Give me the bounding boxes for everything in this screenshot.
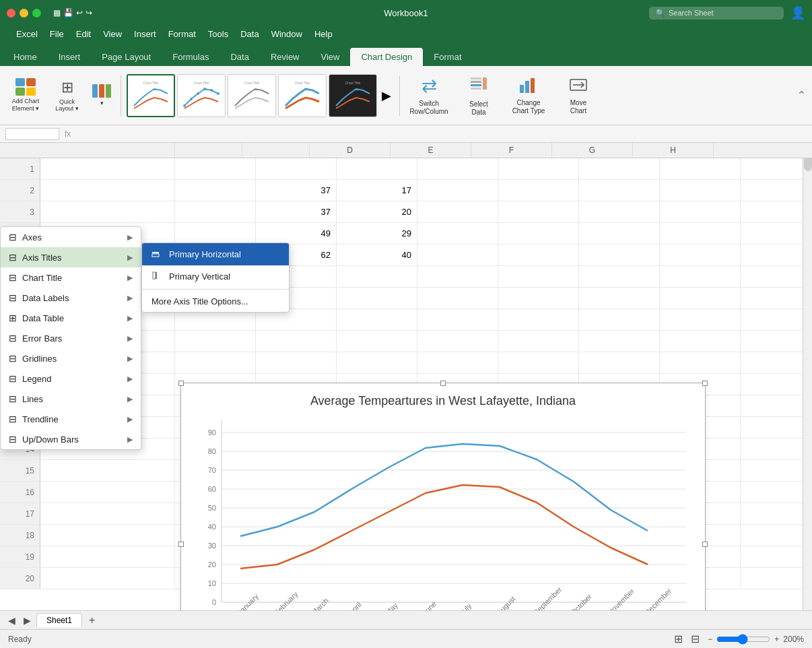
cell-6-d[interactable]	[337, 266, 417, 287]
panel-item-trendline[interactable]: ⊟Trendline ▶	[1, 409, 141, 429]
cell-10-b[interactable]	[175, 352, 256, 373]
cell-8-f[interactable]	[498, 309, 579, 330]
cell-5-g[interactable]	[579, 245, 660, 265]
zoom-out-button[interactable]: −	[708, 635, 712, 644]
tab-chart-design[interactable]: Chart Design	[350, 48, 423, 66]
cell-4-h[interactable]	[660, 223, 741, 244]
cell-6-g[interactable]	[579, 266, 660, 287]
chart-handle-top-left[interactable]	[178, 381, 184, 386]
change-chart-type-button[interactable]: ChangeChart Type	[505, 71, 552, 120]
zoom-in-button[interactable]: +	[774, 635, 779, 644]
switch-row-column-button[interactable]: ⇄ SwitchRow/Column	[405, 71, 452, 120]
panel-item-axes[interactable]: ⊟Axes ▶	[1, 227, 141, 247]
cell-9-b[interactable]	[175, 331, 256, 352]
cell-5-f[interactable]	[498, 245, 579, 265]
quick-layout-button[interactable]: ⊞ QuickLayout ▾	[48, 76, 86, 115]
cell-4-c[interactable]: 49	[256, 223, 337, 244]
cell-3-g[interactable]	[579, 201, 660, 222]
menu-view[interactable]: View	[98, 28, 127, 40]
menu-data[interactable]: Data	[235, 28, 264, 40]
chart-styles-more-button[interactable]: ▶	[379, 86, 394, 106]
cell-10-h[interactable]	[660, 352, 741, 373]
cell-3-b[interactable]	[175, 201, 256, 222]
page-view-icon[interactable]: ⊟	[691, 633, 700, 645]
cell-1-e[interactable]	[417, 158, 498, 179]
select-data-button[interactable]: SelectData	[455, 71, 502, 120]
cell-20-a[interactable]	[40, 568, 175, 589]
change-colors-button[interactable]: ▾	[88, 82, 115, 109]
submenu-primary-vertical[interactable]: Primary Vertical	[142, 265, 289, 288]
panel-item-error-bars[interactable]: ⊟Error Bars ▶	[1, 328, 141, 348]
cell-9-c[interactable]	[256, 331, 337, 352]
tab-page-layout[interactable]: Page Layout	[91, 48, 162, 66]
cell-7-d[interactable]	[337, 288, 417, 309]
cell-8-d[interactable]	[337, 309, 417, 330]
next-sheet-button[interactable]: ▶	[21, 614, 34, 627]
col-header-f[interactable]: F	[471, 143, 552, 158]
cell-1-h[interactable]	[660, 158, 741, 179]
cell-6-e[interactable]	[417, 266, 498, 287]
account-icon[interactable]: 👤	[790, 5, 805, 20]
cell-7-f[interactable]	[498, 288, 579, 309]
menu-help[interactable]: Help	[309, 28, 338, 40]
traffic-lights[interactable]	[7, 9, 41, 18]
submenu-primary-horizontal[interactable]: Primary Horizontal	[142, 243, 289, 265]
panel-item-data-labels[interactable]: ⊟Data Labels ▶	[1, 288, 141, 308]
tab-insert[interactable]: Insert	[48, 48, 92, 66]
panel-item-data-table[interactable]: ⊞Data Table ▶	[1, 308, 141, 328]
menu-edit[interactable]: Edit	[71, 28, 96, 40]
panel-item-lines[interactable]: ⊟Lines ▶	[1, 389, 141, 409]
cell-2-e[interactable]	[417, 180, 498, 201]
chart-style-5[interactable]: Chart Title	[329, 74, 377, 117]
chart-style-2[interactable]: Chart Title	[177, 74, 226, 117]
cell-2-h[interactable]	[660, 180, 741, 201]
name-box[interactable]	[5, 128, 59, 140]
cell-6-f[interactable]	[498, 266, 579, 287]
cell-3-h[interactable]	[660, 201, 741, 222]
cell-16-a[interactable]	[40, 482, 175, 503]
panel-item-gridlines[interactable]: ⊟Gridlines ▶	[1, 348, 141, 368]
cell-9-g[interactable]	[579, 331, 660, 352]
cell-1-b[interactable]	[175, 158, 256, 179]
cell-8-e[interactable]	[417, 309, 498, 330]
cell-3-d[interactable]: 20	[337, 201, 417, 222]
chart-container[interactable]: Average Tempeartures in West Lafayette, …	[180, 383, 706, 610]
cell-1-c[interactable]	[256, 158, 337, 179]
cell-9-d[interactable]	[337, 331, 417, 352]
cell-5-h[interactable]	[660, 245, 741, 265]
col-header-d[interactable]: D	[310, 143, 391, 158]
move-chart-button[interactable]: MoveChart	[555, 71, 602, 120]
cell-2-b[interactable]	[175, 180, 256, 201]
cell-5-e[interactable]	[417, 245, 498, 265]
cell-1-g[interactable]	[579, 158, 660, 179]
chart-handle-right[interactable]	[702, 542, 708, 547]
cell-6-h[interactable]	[660, 266, 741, 287]
panel-item-chart-title[interactable]: ⊟Chart Title ▶	[1, 267, 141, 288]
chart-handle-top-right[interactable]	[702, 381, 708, 386]
cell-2-g[interactable]	[579, 180, 660, 201]
chart-handle-left[interactable]	[178, 542, 184, 547]
prev-sheet-button[interactable]: ◀	[5, 614, 18, 627]
tab-data[interactable]: Data	[219, 48, 259, 66]
cell-3-f[interactable]	[498, 201, 579, 222]
cell-3-c[interactable]: 37	[256, 201, 337, 222]
cell-4-e[interactable]	[417, 223, 498, 244]
col-header-g[interactable]: G	[552, 143, 633, 158]
cell-8-g[interactable]	[579, 309, 660, 330]
cell-2-d[interactable]: 17	[337, 180, 417, 201]
cell-10-f[interactable]	[498, 352, 579, 373]
cell-3-e[interactable]	[417, 201, 498, 222]
cell-9-h[interactable]	[660, 331, 741, 352]
chart-style-4[interactable]: Chart Title	[278, 74, 327, 117]
minimize-button[interactable]	[20, 9, 28, 18]
search-bar[interactable]: 🔍 Search Sheet	[649, 7, 784, 20]
ribbon-collapse-button[interactable]: ⌃	[797, 88, 807, 103]
sheet-tab-1[interactable]: Sheet1	[36, 613, 82, 627]
cell-5-d[interactable]: 40	[337, 245, 417, 265]
cell-7-g[interactable]	[579, 288, 660, 309]
menu-format[interactable]: Format	[163, 28, 201, 40]
cell-4-d[interactable]: 29	[337, 223, 417, 244]
chart-style-3[interactable]: Chart Title	[228, 74, 276, 117]
cell-10-g[interactable]	[579, 352, 660, 373]
quick-access-toolbar[interactable]: ▦ 💾 ↩ ↪	[49, 6, 96, 20]
